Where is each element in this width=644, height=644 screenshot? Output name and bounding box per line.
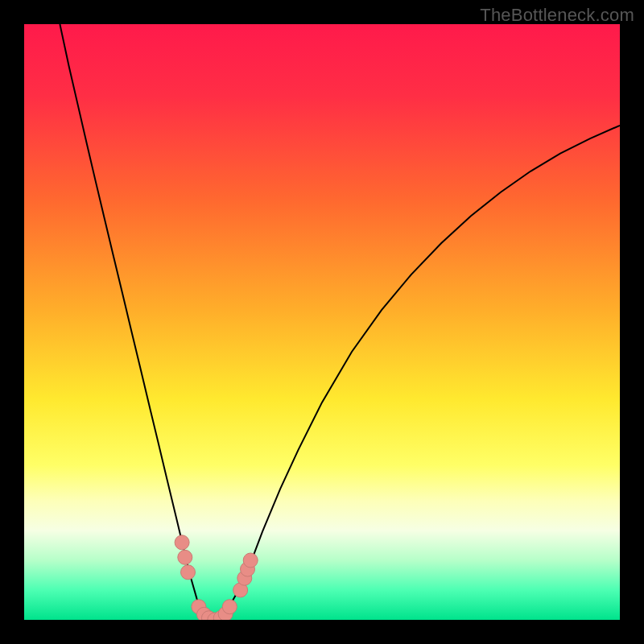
marker-dot [222,600,237,614]
watermark-text: TheBottleneck.com [480,5,634,26]
plot-area [24,24,620,620]
bottleneck-curve-chart [24,24,620,620]
marker-dot [178,550,192,564]
marker-dot [181,565,196,580]
marker-dot [175,535,189,550]
chart-frame: TheBottleneck.com [0,0,644,644]
marker-dot [243,553,258,568]
gradient-background [24,24,620,620]
